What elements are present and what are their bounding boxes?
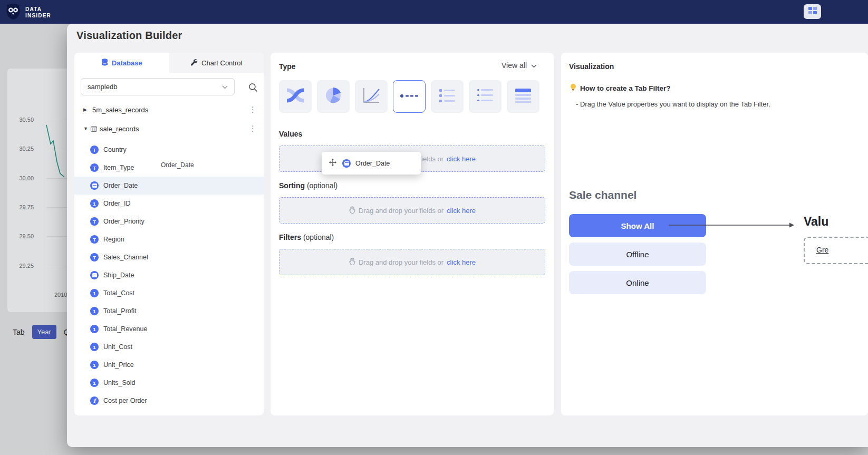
chart-type-row <box>279 80 539 113</box>
table-icon <box>91 126 97 132</box>
field-label: Country <box>103 146 127 153</box>
caret-down-icon[interactable]: ▼ <box>83 126 89 131</box>
field-row-units-sold[interactable]: 1 Units_Sold <box>74 374 264 392</box>
values-section-label: Values <box>279 130 302 138</box>
number-field-icon: 1 <box>90 199 99 208</box>
line-chart-icon <box>362 86 381 107</box>
tip-title: How to create a Tab Filter? <box>580 84 671 92</box>
tab-database[interactable]: Database <box>74 53 169 73</box>
chevron-down-icon <box>531 61 537 70</box>
view-all-button[interactable]: View all <box>501 61 537 70</box>
field-label: Total_Revenue <box>103 325 147 333</box>
filters-dropzone[interactable]: Drag and drop your fields or click here <box>279 249 545 275</box>
pie-icon <box>324 86 342 107</box>
text-field-icon: T <box>90 217 99 226</box>
tab-chart-control[interactable]: Chart Control <box>169 53 264 73</box>
list-icon <box>438 88 456 105</box>
tab-filter-icon <box>400 92 419 101</box>
field-row-ship-date[interactable]: Ship_Date <box>74 266 264 284</box>
date-field-icon <box>90 271 99 279</box>
sorting-section-label: Sorting (optional) <box>279 181 337 190</box>
field-row-total-profit[interactable]: 1 Total_Profit <box>74 302 264 320</box>
clipped-values-heading: Valu <box>804 215 828 229</box>
field-list: T Country T Item_Type Order_Date 1 Order… <box>74 141 264 410</box>
drag-ghost: Order_Date <box>322 152 421 175</box>
field-label: Total_Cost <box>103 289 134 297</box>
clipped-dropzone[interactable]: Gre <box>804 237 868 264</box>
tree-item-sale-records[interactable]: ▼ sale_records ⋮ <box>74 121 264 137</box>
field-label: Sales_Channel <box>103 254 148 261</box>
search-icon[interactable] <box>248 83 258 92</box>
field-label: Order_Date <box>103 182 138 189</box>
move-icon <box>329 158 337 169</box>
wrench-icon <box>190 59 198 67</box>
panel-tabs: Database Chart Control <box>74 53 264 73</box>
number-field-icon: 1 <box>90 361 99 369</box>
field-label: Item_Type <box>103 164 134 171</box>
caret-right-icon[interactable]: ▶ <box>83 107 89 112</box>
view-all-label: View all <box>501 61 527 70</box>
dropzone-text: Drag and drop your fields or <box>359 258 443 266</box>
dropzone-click-here-link[interactable]: click here <box>447 207 476 215</box>
field-row-unit-price[interactable]: 1 Unit_Price <box>74 356 264 374</box>
text-field-icon: T <box>90 253 99 262</box>
database-panel: Database Chart Control sampledb <box>74 53 264 415</box>
chart-type-list-alt[interactable] <box>469 80 501 113</box>
bulb-icon <box>570 83 577 94</box>
number-field-icon: 1 <box>90 289 99 297</box>
chart-type-list[interactable] <box>431 80 464 113</box>
hand-icon <box>349 206 355 215</box>
clipped-link[interactable]: Gre <box>816 246 828 254</box>
chart-type-line[interactable] <box>355 80 388 113</box>
field-row-sales-channel[interactable]: T Sales_Channel <box>74 248 264 266</box>
tab-database-label: Database <box>112 59 142 67</box>
field-row-item-type[interactable]: T Item_Type <box>74 159 264 177</box>
field-row-order-date[interactable]: Order_Date <box>74 177 264 195</box>
tip-body: - Drag the Value properties you want to … <box>576 100 770 108</box>
dropzone-click-here-link[interactable]: click here <box>447 258 476 266</box>
field-label: Unit_Price <box>103 361 134 369</box>
tab-chart-control-label: Chart Control <box>201 59 242 67</box>
optional-label: (optional) <box>303 233 334 241</box>
type-section-label: Type <box>279 62 296 71</box>
function-field-icon: f <box>90 396 99 405</box>
field-row-order-id[interactable]: 1 Order_ID <box>74 195 264 212</box>
table-chart-icon <box>514 88 532 105</box>
hand-icon <box>349 258 355 267</box>
owl-logo-icon <box>5 3 21 22</box>
widget-title: Sale channel <box>569 189 636 201</box>
field-row-cost-per-order[interactable]: f Cost per Order <box>74 392 264 410</box>
field-row-total-cost[interactable]: 1 Total_Cost <box>74 284 264 302</box>
sankey-icon <box>285 86 305 107</box>
number-field-icon: 1 <box>90 343 99 351</box>
tree-item-5m-sales-records[interactable]: ▶ 5m_sales_records ⋮ <box>74 102 264 118</box>
field-row-country[interactable]: T Country <box>74 141 264 159</box>
field-row-total-revenue[interactable]: 1 Total_Revenue <box>74 320 264 338</box>
filter-button-show-all[interactable]: Show All <box>569 214 706 237</box>
drag-ghost-label: Order_Date <box>355 160 390 167</box>
field-row-unit-cost[interactable]: 1 Unit_Cost <box>74 338 264 356</box>
kebab-menu-icon[interactable]: ⋮ <box>249 124 256 133</box>
text-field-icon: T <box>90 146 99 154</box>
tree-label: 5m_sales_records <box>92 106 148 114</box>
chart-type-tab-filter[interactable] <box>393 80 426 113</box>
number-field-icon: 1 <box>90 307 99 315</box>
sorting-dropzone[interactable]: Drag and drop your fields or click here <box>279 197 545 224</box>
chart-type-sankey[interactable] <box>279 80 312 113</box>
field-label: Cost per Order <box>103 397 147 404</box>
brand[interactable]: DATA INSIDER <box>5 3 51 22</box>
modal-title: Visualization Builder <box>76 30 182 42</box>
kebab-menu-icon[interactable]: ⋮ <box>249 105 256 114</box>
filter-button-online[interactable]: Online <box>569 271 706 294</box>
dashboard-grid-button[interactable] <box>804 4 821 19</box>
chart-type-pie[interactable] <box>317 80 350 113</box>
chart-type-table[interactable] <box>507 80 539 113</box>
number-field-icon: 1 <box>90 379 99 387</box>
filters-section-label: Filters (optional) <box>279 233 334 241</box>
dropzone-click-here-link[interactable]: click here <box>447 155 476 163</box>
field-row-order-priority[interactable]: T Order_Priority <box>74 212 264 230</box>
filter-button-offline[interactable]: Offline <box>569 243 706 266</box>
date-field-icon <box>342 159 351 168</box>
field-row-region[interactable]: T Region <box>74 230 264 248</box>
database-select[interactable]: sampledb <box>81 78 235 95</box>
